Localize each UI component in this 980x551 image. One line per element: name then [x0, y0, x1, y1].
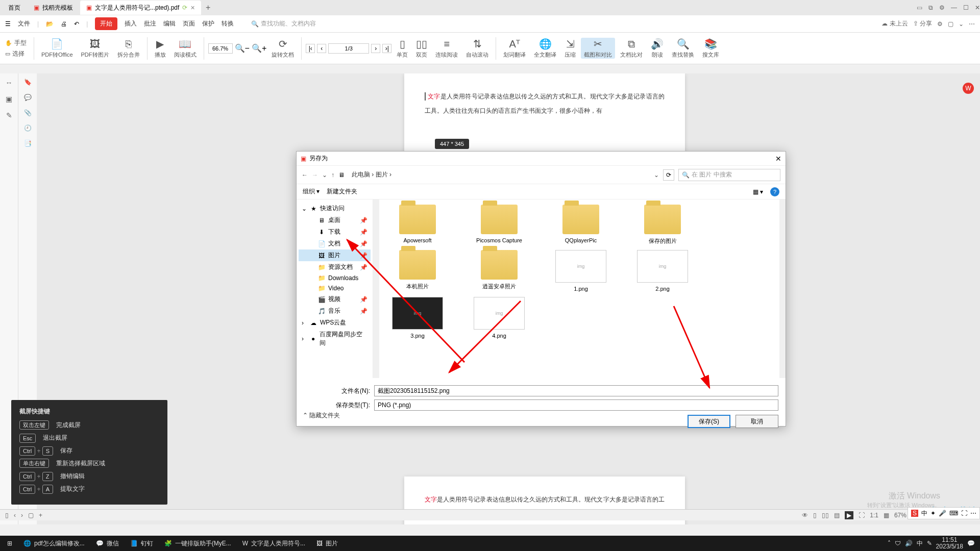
pdf-to-image[interactable]: 🖼PDF转图片 [78, 38, 112, 59]
tree-scrollbar[interactable] [373, 199, 379, 378]
nav-forward[interactable]: → [312, 171, 318, 179]
menu-insert[interactable]: 插入 [125, 19, 137, 28]
nav-back[interactable]: ← [302, 171, 308, 179]
taskbar-item[interactable]: 🖼图片 [311, 536, 343, 550]
attach-icon[interactable]: 📎 [24, 109, 32, 116]
image-item[interactable]: img2.png [629, 250, 696, 292]
organize-menu[interactable]: 组织 ▾ [303, 187, 320, 196]
continuous-read[interactable]: ≡连续阅读 [432, 38, 461, 59]
sb-1to1[interactable]: 1:1 [870, 512, 878, 519]
folder-item[interactable]: Apowersoft [384, 205, 451, 245]
rail-icon-2[interactable]: ▣ [6, 95, 12, 103]
nav-dropdown[interactable]: ⌄ [322, 171, 327, 179]
share-button[interactable]: ⇪ 分享 [913, 19, 932, 28]
rotate-doc[interactable]: ⟳旋转文档 [268, 38, 297, 59]
sb-grid[interactable]: ▦ [884, 512, 889, 519]
new-tab-button[interactable]: + [202, 3, 214, 12]
menu-annotate[interactable]: 批注 [144, 19, 156, 28]
undo-icon[interactable]: ↶ [74, 20, 79, 28]
select-tool[interactable]: ▭ 选择 [5, 49, 27, 58]
refresh-button[interactable]: ⟳ [663, 169, 674, 181]
history-icon[interactable]: 🕘 [24, 124, 32, 132]
folder-item[interactable]: 逍遥安卓照片 [466, 250, 532, 292]
minimize-button[interactable]: — [951, 4, 957, 11]
doc-compare[interactable]: ⧉文档比对 [617, 38, 646, 59]
tree-item[interactable]: ⌄★快速访问 [299, 203, 371, 214]
tab-sync-icon[interactable]: ⟳ [182, 4, 187, 11]
tab-document[interactable]: ▣文字是人类用符号记...pted).pdf⟳× [80, 1, 201, 15]
print-icon[interactable]: 🖨 [61, 20, 67, 28]
sb-layout-2[interactable]: ▯▯ [822, 512, 829, 519]
sb-arrow-r[interactable]: › [21, 512, 23, 519]
zoom-input[interactable] [208, 43, 233, 54]
sb-plus[interactable]: + [39, 512, 42, 519]
file-grid[interactable]: ApowersoftPicosmos CaptureQQplayerPic保存的… [379, 199, 779, 378]
comment-icon[interactable]: 💬 [24, 94, 32, 101]
sb-arrow-l[interactable]: ‹ [14, 512, 16, 519]
tree-item[interactable]: 📄文档📌 [299, 238, 371, 249]
ime-item[interactable]: S [911, 510, 918, 517]
full-translate[interactable]: 🌐全文翻译 [531, 38, 559, 59]
ime-item[interactable]: 🎤 [939, 510, 946, 517]
folder-tree[interactable]: ⌄★快速访问🖥桌面📌⬇下载📌📄文档📌🖼图片📌📁资源文档📌📁Downloads📁V… [297, 199, 373, 378]
path-dropdown[interactable]: ⌄ [654, 171, 659, 179]
single-page[interactable]: ▯单页 [394, 38, 411, 59]
tree-item[interactable]: 📁资源文档📌 [299, 261, 371, 273]
pdf-to-office[interactable]: 📄PDF转Office [38, 38, 76, 59]
ime-item[interactable]: ✦ [930, 510, 936, 517]
filename-input[interactable] [374, 385, 778, 396]
dialog-close-button[interactable]: ✕ [775, 155, 781, 163]
tray-lang[interactable]: 中 [917, 539, 923, 548]
layout-icon[interactable]: ▭ [917, 4, 922, 11]
folder-item[interactable]: 本机照片 [384, 250, 451, 292]
hide-folders-toggle[interactable]: ⌃ 隐藏文件夹 [303, 411, 340, 420]
sb-layout-3[interactable]: ▤ [834, 512, 840, 519]
image-item[interactable]: img3.png [384, 297, 451, 339]
tree-item[interactable]: 📁Video [299, 283, 371, 293]
ime-item[interactable]: ⌨ [949, 510, 958, 517]
find-replace[interactable]: 🔍查找替换 [669, 38, 697, 59]
page-indicator[interactable]: 1/3 [328, 43, 369, 54]
tab-close-icon[interactable]: × [190, 4, 194, 12]
sb-icon[interactable]: ▯ [5, 512, 9, 519]
folder-item[interactable]: Picosmos Capture [466, 205, 532, 245]
zoom-in-icon[interactable]: 🔍+ [252, 43, 266, 53]
image-item[interactable]: img1.png [548, 250, 614, 292]
zoom-out-icon[interactable]: 🔍− [235, 43, 250, 53]
tray-up[interactable]: ˄ [888, 540, 891, 547]
image-item[interactable]: img4.png [466, 297, 532, 339]
menu-page[interactable]: 页面 [183, 19, 195, 28]
split-merge[interactable]: ⎘拆分合并 [114, 38, 143, 59]
assistant-badge[interactable]: W [963, 83, 974, 94]
grid-icon[interactable]: ⧉ [928, 4, 933, 11]
read-aloud[interactable]: 🔊朗读 [648, 38, 667, 59]
sb-play[interactable]: ▶ [845, 511, 853, 519]
first-page[interactable]: |‹ [306, 44, 315, 53]
rail-icon-3[interactable]: ✎ [6, 111, 12, 119]
nav-up[interactable]: ↑ [331, 171, 334, 179]
tree-item[interactable]: ›●百度网盘同步空间 [299, 329, 371, 349]
read-mode[interactable]: 📖阅读模式 [171, 38, 200, 59]
files-scrollbar[interactable] [779, 199, 786, 378]
search-library[interactable]: 📚搜文库 [699, 38, 722, 59]
bookmark-icon[interactable]: 🔖 [24, 79, 32, 86]
sb-layout-1[interactable]: ▯ [813, 512, 817, 519]
word-translate[interactable]: Aᵀ划词翻译 [500, 38, 529, 59]
taskbar-item[interactable]: 🌐pdf怎么编辑修改... [18, 536, 90, 550]
cancel-button[interactable]: 取消 [736, 415, 778, 428]
play-button[interactable]: ▶播放 [152, 38, 169, 59]
taskbar-item[interactable]: 💬微信 [91, 536, 124, 550]
next-page[interactable]: › [371, 44, 380, 53]
open-icon[interactable]: 📂 [46, 20, 54, 28]
cloud-status[interactable]: ☁ 未上云 [881, 19, 908, 28]
dialog-search[interactable]: 🔍在 图片 中搜索 [678, 169, 780, 181]
last-page[interactable]: ›| [382, 44, 391, 53]
taskbar-item[interactable]: W文字是人类用符号... [237, 536, 310, 550]
auto-scroll[interactable]: ⇅自动滚动 [463, 38, 492, 59]
zoom-level[interactable]: 67% [894, 512, 906, 519]
menu-convert[interactable]: 转换 [222, 19, 234, 28]
tab-home[interactable]: 首页 [2, 1, 27, 15]
tab-template[interactable]: ▣找稻壳模板 [28, 1, 79, 15]
ime-item[interactable]: ⛶ [961, 510, 967, 517]
tree-item[interactable]: 🎵音乐📌 [299, 305, 371, 317]
